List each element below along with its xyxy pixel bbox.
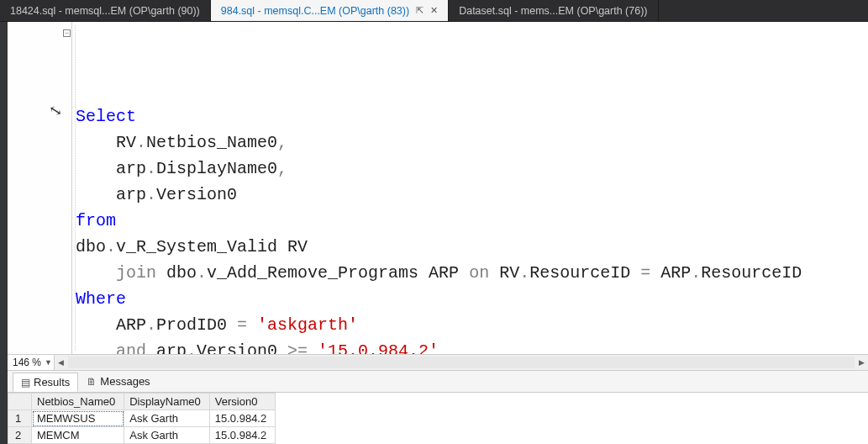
code-line: Select [76, 103, 868, 130]
editor-footer: 146 % ▼ ◀ ▶ [8, 354, 868, 371]
tab-label: 18424.sql - memsql...EM (OP\garth (90)) [10, 5, 200, 17]
zoom-value: 146 % [13, 357, 41, 368]
tab-results-label: Results [34, 376, 70, 388]
tab-messages-label: Messages [100, 375, 150, 388]
cell[interactable]: MEMWSUS [32, 410, 124, 427]
tab-label: 984.sql - memsql.C...EM (OP\garth (83)) [221, 5, 409, 17]
row-number[interactable]: 1 [8, 410, 32, 427]
pin-icon[interactable]: ⇱ [416, 5, 423, 16]
scroll-right-icon[interactable]: ▶ [855, 355, 868, 370]
scroll-track[interactable] [68, 357, 855, 368]
row-header-blank[interactable] [8, 394, 32, 410]
code-line: RV.Netbios_Name0, [76, 130, 868, 156]
chevron-down-icon: ▼ [45, 358, 52, 367]
table-row[interactable]: 1MEMWSUSAsk Garth15.0.984.2 [8, 410, 276, 427]
column-header[interactable]: Netbios_Name0 [32, 394, 124, 410]
row-number[interactable]: 2 [8, 427, 32, 444]
document-tab-strip: 18424.sql - memsql...EM (OP\garth (90)) … [0, 0, 868, 22]
code-line: arp.Version0 [76, 182, 868, 208]
cell[interactable]: Ask Garth [124, 410, 210, 427]
tab-984[interactable]: 984.sql - memsql.C...EM (OP\garth (83)) … [211, 0, 449, 21]
cell[interactable]: 15.0.984.2 [209, 410, 275, 427]
horizontal-scrollbar[interactable]: ◀ ▶ [55, 355, 868, 370]
code-area[interactable]: Select RV.Netbios_Name0, arp.DisplayName… [71, 22, 868, 354]
cell[interactable]: 15.0.984.2 [209, 427, 275, 444]
code-line: dbo.v_R_System_Valid RV [76, 234, 868, 260]
code-line: and arp.Version0 >= '15.0.984.2' [76, 338, 868, 354]
code-line: arp.DisplayName0, [76, 156, 868, 182]
results-tab-row: ▤ Results 🗎 Messages [8, 371, 868, 393]
column-header[interactable]: Version0 [209, 394, 275, 410]
grid-icon: ▤ [21, 377, 30, 388]
cell[interactable]: MEMCM [32, 427, 124, 444]
zoom-dropdown[interactable]: 146 % ▼ [8, 355, 55, 370]
tab-label: Dataset.sql - mems...EM (OP\garth (76)) [459, 5, 647, 17]
sql-editor: − ⤡ Select RV.Netbios_Name0, arp.Display… [8, 22, 868, 371]
tab-messages[interactable]: 🗎 Messages [78, 372, 158, 391]
code-fold-toggle[interactable]: − [63, 29, 71, 37]
results-grid: Netbios_Name0DisplayName0Version0 1MEMWS… [8, 393, 868, 444]
close-icon[interactable]: ✕ [430, 5, 438, 16]
left-docked-pane [0, 22, 8, 444]
tab-dataset[interactable]: Dataset.sql - mems...EM (OP\garth (76)) [449, 0, 658, 21]
cell[interactable]: Ask Garth [124, 427, 210, 444]
code-line: ARP.ProdID0 = 'askgarth' [76, 312, 868, 338]
code-line: from [76, 208, 868, 234]
code-line: Where [76, 286, 868, 312]
cursor-glyph-icon: ⤡ [48, 101, 64, 122]
editor-gutter: − ⤡ [8, 22, 71, 354]
tab-18424[interactable]: 18424.sql - memsql...EM (OP\garth (90)) [0, 0, 211, 21]
scroll-left-icon[interactable]: ◀ [55, 355, 68, 370]
tab-results[interactable]: ▤ Results [13, 373, 78, 392]
table-row[interactable]: 2MEMCMAsk Garth15.0.984.2 [8, 427, 276, 444]
code-line: join dbo.v_Add_Remove_Programs ARP on RV… [76, 260, 868, 286]
column-header[interactable]: DisplayName0 [124, 394, 210, 410]
messages-icon: 🗎 [87, 376, 97, 388]
